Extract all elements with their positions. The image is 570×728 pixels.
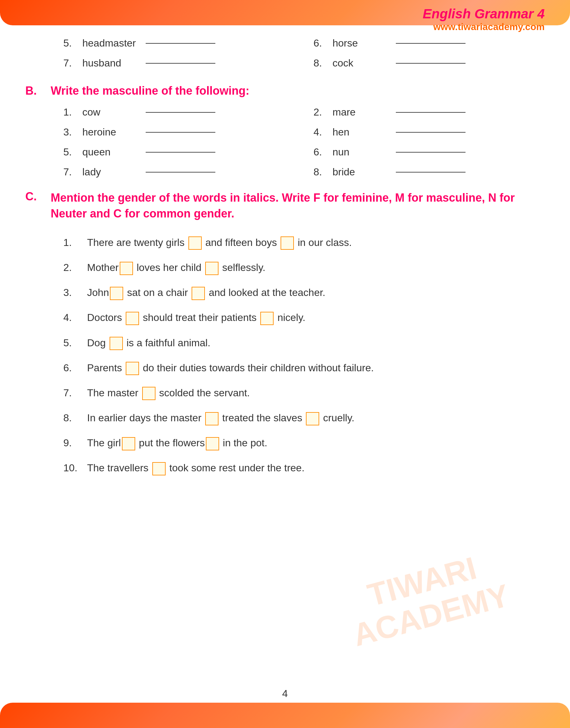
section-c-instruction: Mention the gender of the words in itali… (51, 190, 545, 222)
sentence-item-3: 3. John sat on a chair and looked at the… (63, 284, 545, 301)
section-b-header: B. Write the masculine of the following: (25, 84, 545, 97)
list-item: 2. mare (313, 104, 545, 121)
list-item: 8. cock (313, 55, 545, 72)
sentence-item-5: 5. Dog is a faithful animal. (63, 335, 545, 351)
answer-box[interactable] (192, 287, 205, 300)
sentence-item-10: 10. The travellers took some rest under … (63, 460, 545, 476)
answer-box[interactable] (110, 287, 123, 300)
list-item: 8. bride (313, 164, 545, 180)
header-title: English Grammar 4 (423, 6, 545, 22)
bottom-decoration (0, 703, 570, 728)
answer-box[interactable] (142, 387, 156, 400)
list-item: 7. husband (63, 55, 294, 72)
sentence-list: 1. There are twenty girls and fifteen bo… (63, 234, 545, 476)
answer-box[interactable] (205, 412, 219, 426)
section-b-instruction: Write the masculine of the following: (51, 84, 249, 97)
list-item: 7. lady (63, 164, 294, 180)
answer-box[interactable] (122, 437, 135, 451)
sentence-item-4: 4. Doctors should treat their patients n… (63, 309, 545, 326)
list-item: 1. cow (63, 104, 294, 121)
answer-box[interactable] (126, 362, 139, 375)
section-prev-items: 5. headmaster 6. horse 7. husband 8. coc… (63, 35, 545, 72)
section-c-header: C. Mention the gender of the words in it… (25, 190, 545, 222)
answer-box[interactable] (205, 262, 219, 275)
list-item: 5. queen (63, 144, 294, 160)
list-item: 6. horse (313, 35, 545, 52)
sentence-item-7: 7. The master scolded the servant. (63, 385, 545, 401)
section-b-items: 1. cow 2. mare 3. heroine 4. hen 5. quee… (63, 104, 545, 180)
answer-box[interactable] (152, 462, 166, 476)
answer-box[interactable] (126, 312, 139, 325)
sentence-item-2: 2. Mother loves her child selflessly. (63, 259, 545, 276)
section-c-label: C. (25, 190, 41, 203)
section-b-label: B. (25, 84, 41, 97)
sentence-item-1: 1. There are twenty girls and fifteen bo… (63, 234, 545, 251)
answer-box[interactable] (206, 437, 219, 451)
sentence-item-8: 8. In earlier days the master treated th… (63, 410, 545, 426)
answer-box[interactable] (281, 236, 294, 250)
list-item: 5. headmaster (63, 35, 294, 52)
main-content: 5. headmaster 6. horse 7. husband 8. coc… (25, 35, 545, 696)
sentence-item-6: 6. Parents do their duties towards their… (63, 360, 545, 376)
answer-box[interactable] (120, 262, 133, 275)
header-website: www.tiwariacademy.com (423, 22, 545, 32)
list-item: 4. hen (313, 124, 545, 140)
answer-box[interactable] (109, 337, 123, 350)
list-item: 3. heroine (63, 124, 294, 140)
answer-box[interactable] (260, 312, 274, 325)
header: English Grammar 4 www.tiwariacademy.com (423, 6, 545, 32)
list-item: 6. nun (313, 144, 545, 160)
answer-box[interactable] (306, 412, 319, 426)
answer-box[interactable] (189, 236, 202, 250)
sentence-item-9: 9. The girl put the flowers in the pot. (63, 435, 545, 451)
page-number: 4 (282, 688, 288, 700)
